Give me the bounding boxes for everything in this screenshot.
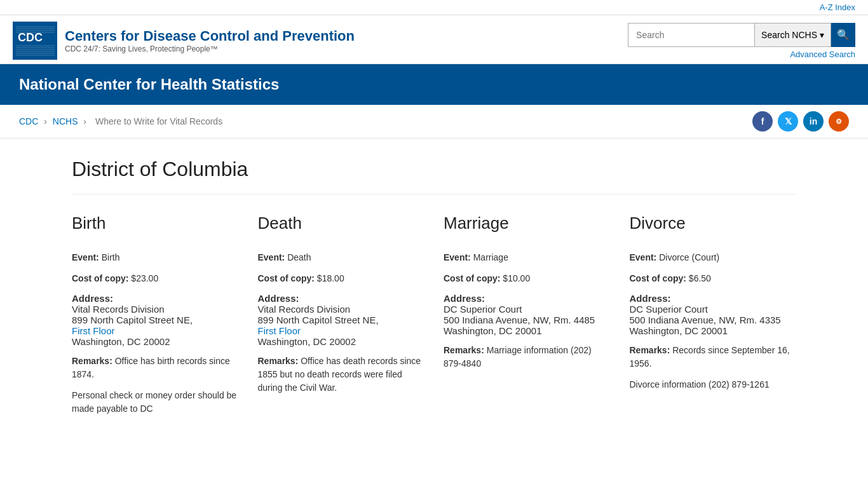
breadcrumb-bar: CDC › NCHS › Where to Write for Vital Re… (0, 105, 868, 139)
record-section-death: DeathEvent: DeathCost of copy: $18.00Add… (258, 214, 425, 423)
cost-row-3: Cost of copy: $6.50 (630, 272, 797, 285)
breadcrumb-sep-1: › (44, 116, 50, 126)
remarks-row-2: Remarks: Marriage information (202) 879-… (444, 344, 611, 370)
address-line-link-0-2[interactable]: First Floor (72, 325, 115, 336)
advanced-search-link[interactable]: Advanced Search (790, 50, 855, 59)
syndication-icon[interactable]: ⚙ (829, 111, 849, 132)
address-block-0: Address:Vital Records Division899 North … (72, 293, 239, 347)
breadcrumb-nchs[interactable]: NCHS (53, 116, 78, 126)
banner-title: National Center for Health Statistics (19, 76, 279, 93)
record-title-0: Birth (72, 214, 239, 240)
twitter-icon[interactable]: 𝕏 (778, 111, 798, 132)
record-section-divorce: DivorceEvent: Divorce (Court)Cost of cop… (630, 214, 797, 423)
search-scope-label: Search NCHS (761, 30, 817, 40)
breadcrumb-current: Where to Write for Vital Records (95, 116, 222, 126)
facebook-icon[interactable]: f (752, 111, 773, 132)
search-icon: 🔍 (837, 29, 850, 41)
record-section-birth: BirthEvent: BirthCost of copy: $23.00Add… (72, 214, 239, 423)
address-line-3-1: 500 Indiana Avenue, NW, Rm. 4335 (630, 315, 781, 325)
address-line-0-3: Washington, DC 20002 (72, 336, 170, 347)
remarks-row-3: Remarks: Records since September 16, 195… (630, 344, 797, 370)
address-line-link-1-2[interactable]: First Floor (258, 325, 301, 336)
address-line-2-2: Washington, DC 20001 (444, 325, 542, 336)
logo-text: Centers for Disease Control and Preventi… (65, 28, 355, 53)
page-title: District of Columbia (72, 158, 796, 194)
social-icons: f 𝕏 in ⚙ (752, 111, 849, 132)
breadcrumb-sep-2: › (83, 116, 89, 126)
breadcrumb-cdc[interactable]: CDC (19, 116, 38, 126)
record-title-1: Death (258, 214, 425, 240)
search-scope-button[interactable]: Search NCHS ▾ (755, 23, 831, 47)
address-line-3-2: Washington, DC 20001 (630, 325, 728, 336)
address-line-1-0: Vital Records Division (258, 304, 351, 315)
event-row-3: Event: Divorce (Court) (630, 251, 797, 264)
blue-banner: National Center for Health Statistics (0, 64, 868, 105)
tagline: CDC 24/7: Saving Lives, Protecting Peopl… (65, 44, 355, 53)
search-input[interactable] (628, 23, 755, 47)
address-label-3: Address: (630, 293, 671, 304)
search-area: Search NCHS ▾ 🔍 Advanced Search (628, 23, 855, 59)
event-row-1: Event: Death (258, 251, 425, 264)
search-row: Search NCHS ▾ 🔍 (628, 23, 855, 47)
event-row-0: Event: Birth (72, 251, 239, 264)
cost-row-1: Cost of copy: $18.00 (258, 272, 425, 285)
extra-text-3: Divorce information (202) 879-1261 (630, 378, 797, 391)
address-label-2: Address: (444, 293, 485, 304)
address-line-1-1: 899 North Capitol Street NE, (258, 315, 379, 325)
address-label-0: Address: (72, 293, 113, 304)
address-line-2-1: 500 Indiana Avenue, NW, Rm. 4485 (444, 315, 595, 325)
records-grid: BirthEvent: BirthCost of copy: $23.00Add… (72, 214, 796, 423)
remarks-row-0: Remarks: Office has birth records since … (72, 355, 239, 381)
cdc-logo: CDC (13, 22, 57, 60)
address-line-3-0: DC Superior Court (630, 304, 708, 315)
svg-text:CDC: CDC (18, 31, 43, 44)
address-block-2: Address:DC Superior Court500 Indiana Ave… (444, 293, 611, 336)
record-section-marriage: MarriageEvent: MarriageCost of copy: $10… (444, 214, 611, 423)
address-label-1: Address: (258, 293, 299, 304)
chevron-down-icon: ▾ (820, 30, 824, 40)
breadcrumb: CDC › NCHS › Where to Write for Vital Re… (19, 116, 226, 126)
address-line-0-0: Vital Records Division (72, 304, 165, 315)
record-title-2: Marriage (444, 214, 611, 240)
header: CDC Centers for Disease Control and Prev… (0, 15, 868, 64)
address-line-2-0: DC Superior Court (444, 304, 522, 315)
record-title-3: Divorce (630, 214, 797, 240)
search-go-button[interactable]: 🔍 (831, 23, 855, 47)
org-name: Centers for Disease Control and Preventi… (65, 28, 355, 44)
top-bar: A-Z Index (0, 0, 868, 15)
address-block-3: Address:DC Superior Court500 Indiana Ave… (630, 293, 797, 336)
extra-text-0: Personal check or money order should be … (72, 389, 239, 416)
remarks-row-1: Remarks: Office has death records since … (258, 355, 425, 395)
cost-row-2: Cost of copy: $10.00 (444, 272, 611, 285)
linkedin-icon[interactable]: in (803, 111, 824, 132)
event-row-2: Event: Marriage (444, 251, 611, 264)
logo-area: CDC Centers for Disease Control and Prev… (13, 22, 355, 60)
main-content: District of Columbia BirthEvent: BirthCo… (53, 139, 815, 442)
cost-row-0: Cost of copy: $23.00 (72, 272, 239, 285)
address-line-0-1: 899 North Capitol Street NE, (72, 315, 193, 325)
az-index-link[interactable]: A-Z Index (820, 3, 855, 12)
address-line-1-3: Washington, DC 20002 (258, 336, 356, 347)
address-block-1: Address:Vital Records Division899 North … (258, 293, 425, 347)
